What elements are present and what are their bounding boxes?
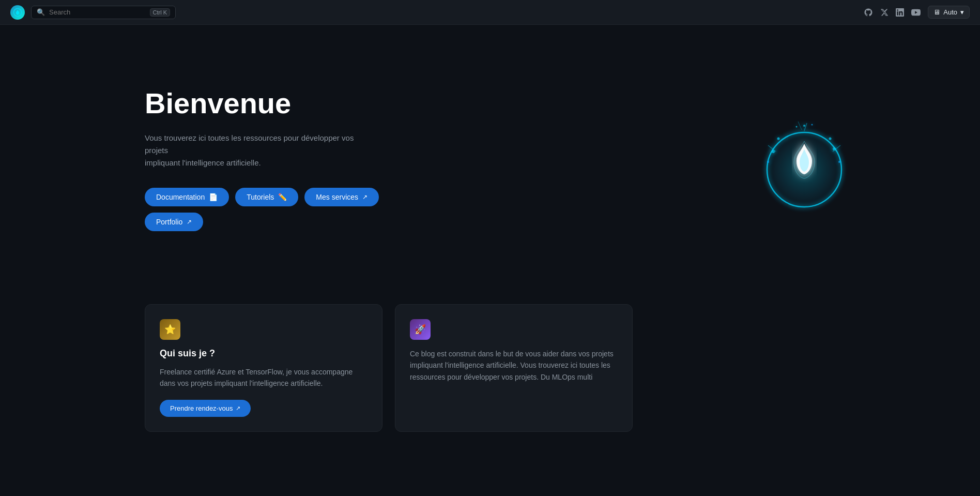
services-icon: ↗ <box>362 193 368 201</box>
svg-point-10 <box>811 124 813 126</box>
svg-point-11 <box>796 126 798 128</box>
documentation-button[interactable]: Documentation 📄 <box>145 188 229 206</box>
cards-section: ⭐ Qui suis je ? Freelance certifié Azure… <box>0 294 980 453</box>
twitter-icon[interactable] <box>880 8 889 17</box>
blog-card: 🚀 Ce blog est construit dans le but de v… <box>395 304 633 432</box>
search-bar[interactable]: 🔍 Ctrl K <box>31 6 176 19</box>
hero-section: Bienvenue Vous trouverez ici toutes les … <box>0 25 980 294</box>
svg-point-8 <box>829 138 832 140</box>
hero-image <box>742 102 846 216</box>
tut-label: Tutoriels <box>247 193 274 201</box>
rendez-vous-icon: ↗ <box>236 405 240 412</box>
navbar-left: 🔍 Ctrl K <box>10 5 176 20</box>
search-input[interactable] <box>49 8 146 16</box>
hero-content: Bienvenue Vous trouverez ici toutes les … <box>145 87 424 231</box>
doc-label: Documentation <box>156 193 205 201</box>
tutoriels-button[interactable]: Tutoriels ✏️ <box>235 188 298 206</box>
rendez-vous-label: Prendre rendez-vous <box>170 404 233 412</box>
theme-label: Auto <box>943 8 957 16</box>
portfolio-button[interactable]: Portfolio ↗ <box>145 213 203 231</box>
doc-icon: 📄 <box>209 193 218 201</box>
svg-point-4 <box>767 161 769 163</box>
who-am-i-card-title: Qui suis je ? <box>160 348 368 359</box>
theme-button[interactable]: 🖥 Auto ▾ <box>928 6 970 19</box>
star-icon: ⭐ <box>164 324 176 335</box>
hero-title: Bienvenue <box>145 87 424 119</box>
mes-services-button[interactable]: Mes services ↗ <box>304 188 379 206</box>
portfolio-icon: ↗ <box>187 218 192 226</box>
who-am-i-card: ⭐ Qui suis je ? Freelance certifié Azure… <box>145 304 382 432</box>
theme-icon: 🖥 <box>933 8 940 16</box>
who-am-i-card-text: Freelance certifié Azure et TensorFlow, … <box>160 366 368 389</box>
linkedin-icon[interactable] <box>896 8 904 17</box>
services-label: Mes services <box>316 193 358 201</box>
hero-subtitle: Vous trouverez ici toutes les ressources… <box>145 132 372 169</box>
navbar: 🔍 Ctrl K 🖥 Auto ▾ <box>0 0 980 25</box>
tut-icon: ✏️ <box>278 193 287 201</box>
blog-card-icon: 🚀 <box>410 319 431 340</box>
hero-buttons: Documentation 📄 Tutoriels ✏️ Mes service… <box>145 188 424 231</box>
flame-illustration <box>753 110 835 208</box>
svg-point-9 <box>803 125 805 127</box>
search-shortcut: Ctrl K <box>150 8 171 17</box>
chevron-down-icon: ▾ <box>960 8 964 16</box>
blog-card-text: Ce blog est construit dans le but de vou… <box>410 348 618 383</box>
svg-point-5 <box>777 138 780 140</box>
rocket-icon: 🚀 <box>415 324 426 335</box>
search-icon: 🔍 <box>37 8 45 16</box>
who-am-i-card-icon: ⭐ <box>160 319 180 340</box>
rendez-vous-button[interactable]: Prendre rendez-vous ↗ <box>160 400 251 417</box>
navbar-right: 🖥 Auto ▾ <box>864 6 970 19</box>
github-icon[interactable] <box>864 8 873 17</box>
logo-icon[interactable] <box>10 5 25 20</box>
portfolio-label: Portfolio <box>156 218 182 226</box>
youtube-icon[interactable] <box>911 8 921 17</box>
svg-point-7 <box>838 161 840 163</box>
